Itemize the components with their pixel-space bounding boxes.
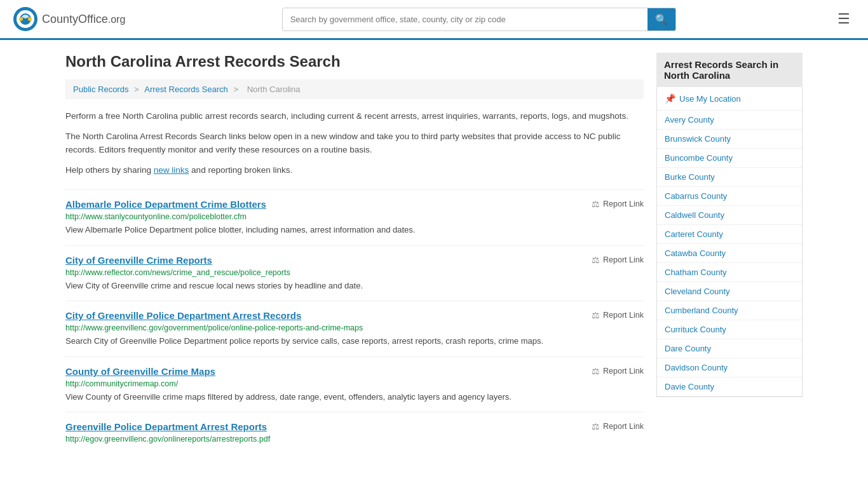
county-link-buncombe-county[interactable]: Buncombe County: [657, 149, 802, 168]
menu-button[interactable]: ☰: [832, 8, 855, 30]
county-link-carteret-county[interactable]: Carteret County: [657, 225, 802, 244]
desc1: Perform a free North Carolina public arr…: [65, 109, 644, 123]
search-button[interactable]: 🔍: [648, 8, 675, 30]
result-item: Albemarle Police Department Crime Blotte…: [65, 189, 644, 245]
county-link-burke-county[interactable]: Burke County: [657, 168, 802, 187]
result-url-2[interactable]: http://www.greenvillenc.gov/government/p…: [65, 323, 644, 332]
breadcrumb-nc: North Carolina: [247, 85, 301, 94]
result-url-3[interactable]: http://communitycrimemap.com/: [65, 379, 644, 388]
report-icon-3: ⚖: [592, 366, 600, 376]
result-item: City of Greenville Crime Reports ⚖ Repor…: [65, 245, 644, 301]
report-link-2[interactable]: ⚖ Report Link: [592, 310, 644, 320]
result-item: Greenville Police Department Arrest Repo…: [65, 412, 644, 455]
result-title-1[interactable]: City of Greenville Crime Reports: [65, 255, 212, 266]
breadcrumb-sep2: >: [233, 85, 240, 94]
county-link-davidson-county[interactable]: Davidson County: [657, 358, 802, 377]
county-link-chatham-county[interactable]: Chatham County: [657, 263, 802, 282]
breadcrumb-public-records[interactable]: Public Records: [73, 85, 128, 94]
result-url-0[interactable]: http://www.stanlycountyonline.com/police…: [65, 212, 644, 221]
county-link-dare-county[interactable]: Dare County: [657, 339, 802, 358]
logo-text: CountyOffice.org: [42, 13, 125, 26]
county-link-cabarrus-county[interactable]: Cabarrus County: [657, 187, 802, 206]
description-area: Perform a free North Carolina public arr…: [65, 109, 644, 177]
result-title-2[interactable]: City of Greenville Police Department Arr…: [65, 310, 301, 321]
sidebar-title: Arrest Records Search in North Carolina: [656, 53, 803, 87]
report-link-0[interactable]: ⚖ Report Link: [592, 199, 644, 209]
desc3: Help others by sharing new links and rep…: [65, 163, 644, 177]
breadcrumb-arrest-records[interactable]: Arrest Records Search: [144, 85, 228, 94]
desc3-pre: Help others by sharing: [65, 165, 154, 175]
new-links[interactable]: new links: [154, 165, 189, 175]
report-icon-4: ⚖: [592, 421, 600, 431]
breadcrumb: Public Records > Arrest Records Search >…: [65, 79, 644, 99]
county-link-brunswick-county[interactable]: Brunswick County: [657, 130, 802, 149]
sidebar-content: 📌 Use My Location Avery CountyBrunswick …: [656, 87, 803, 397]
county-link-caldwell-county[interactable]: Caldwell County: [657, 206, 802, 225]
result-title-0[interactable]: Albemarle Police Department Crime Blotte…: [65, 199, 266, 210]
county-link-cumberland-county[interactable]: Cumberland County: [657, 301, 802, 320]
logo-icon: [13, 6, 38, 32]
county-link-cleveland-county[interactable]: Cleveland County: [657, 282, 802, 301]
page-title: North Carolina Arrest Records Search: [65, 53, 644, 71]
search-input[interactable]: [283, 10, 648, 29]
county-link-catawba-county[interactable]: Catawba County: [657, 244, 802, 263]
county-link-davie-county[interactable]: Davie County: [657, 377, 802, 396]
result-item: County of Greenville Crime Maps ⚖ Report…: [65, 356, 644, 412]
desc2: The North Carolina Arrest Records Search…: [65, 130, 644, 157]
breadcrumb-sep1: >: [134, 85, 141, 94]
result-title-3[interactable]: County of Greenville Crime Maps: [65, 366, 215, 377]
location-icon: 📌: [665, 93, 675, 104]
result-desc-3: View County of Greenville crime maps fil…: [65, 391, 644, 403]
desc3-post: and reporting broken links.: [189, 165, 292, 175]
report-icon-0: ⚖: [592, 199, 600, 209]
hamburger-icon: ☰: [837, 11, 850, 27]
report-link-4[interactable]: ⚖ Report Link: [592, 421, 644, 431]
svg-point-4: [28, 17, 32, 21]
site-header: CountyOffice.org 🔍 ☰: [0, 0, 868, 40]
result-item: City of Greenville Police Department Arr…: [65, 301, 644, 356]
search-icon: 🔍: [655, 14, 668, 25]
result-desc-0: View Albemarle Police Department police …: [65, 224, 644, 236]
search-bar: 🔍: [282, 8, 676, 31]
result-desc-1: View City of Greenville crime and rescue…: [65, 280, 644, 292]
county-link-currituck-county[interactable]: Currituck County: [657, 320, 802, 339]
report-link-3[interactable]: ⚖ Report Link: [592, 366, 644, 376]
report-link-1[interactable]: ⚖ Report Link: [592, 255, 644, 265]
sidebar: Arrest Records Search in North Carolina …: [656, 53, 803, 455]
report-icon-1: ⚖: [592, 255, 600, 265]
result-url-4[interactable]: http://egov.greenvillenc.gov/onlinerepor…: [65, 435, 644, 444]
svg-point-3: [19, 17, 23, 21]
use-my-location[interactable]: 📌 Use My Location: [657, 87, 802, 111]
county-link-avery-county[interactable]: Avery County: [657, 111, 802, 130]
result-desc-2: Search City of Greenville Police Departm…: [65, 335, 644, 348]
county-list: Avery CountyBrunswick CountyBuncombe Cou…: [657, 111, 802, 396]
report-icon-2: ⚖: [592, 310, 600, 320]
use-location-label: Use My Location: [679, 94, 741, 104]
main-container: North Carolina Arrest Records Search Pub…: [53, 40, 815, 468]
results-list: Albemarle Police Department Crime Blotte…: [65, 189, 644, 455]
content-area: North Carolina Arrest Records Search Pub…: [65, 53, 644, 455]
result-url-1[interactable]: http://www.reflector.com/news/crime_and_…: [65, 268, 644, 277]
result-title-4[interactable]: Greenville Police Department Arrest Repo…: [65, 421, 267, 432]
logo[interactable]: CountyOffice.org: [13, 6, 125, 32]
logo-suffix: .org: [108, 14, 126, 25]
